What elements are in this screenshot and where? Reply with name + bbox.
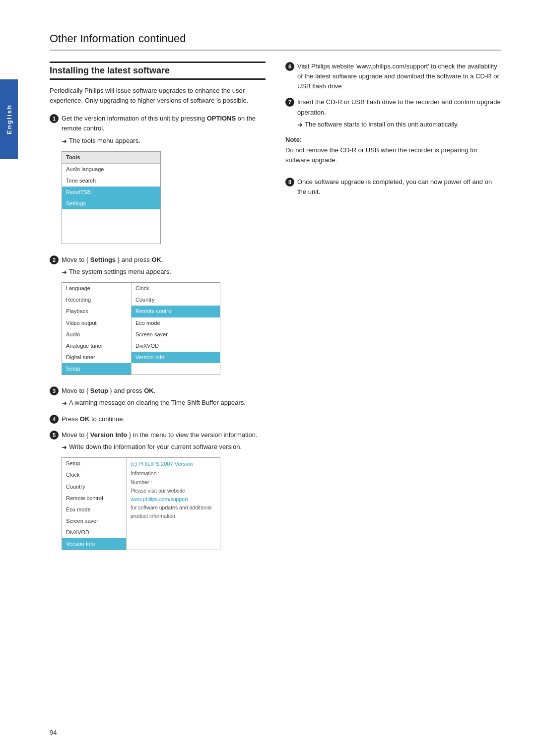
step-6-content: Visit Philips website 'www.philips.com/s… — [297, 62, 501, 91]
step-8-num: 8 — [285, 178, 294, 187]
tools-item-blank2 — [62, 221, 160, 232]
settings-menu: Language Recording Playback Video output… — [62, 282, 220, 375]
version-left-clock: Clock — [62, 469, 126, 481]
step-2: 2 Move to { Settings } and press OK. ➜ T… — [50, 255, 266, 380]
settings-left-digital: Digital tuner — [62, 352, 131, 363]
step-7-arrow: ➜ The software starts to install on this… — [297, 120, 501, 130]
version-left-country: Country — [62, 481, 126, 493]
step-5: 5 Move to { Version Info } in the menu t… — [50, 430, 266, 555]
step-7-num: 7 — [285, 98, 294, 107]
settings-right-divx: DivXVOD — [132, 340, 220, 352]
note-text: Do not remove the CD-R or USB when the r… — [285, 145, 501, 165]
arrow-icon-2: ➜ — [62, 267, 67, 277]
left-column: Installing the latest software Periodica… — [50, 62, 266, 561]
tools-item-settings: Settings — [62, 198, 160, 209]
step-5-num: 5 — [50, 431, 59, 440]
arrow-icon-3: ➜ — [62, 398, 67, 408]
step-4-content: Press OK to continue. — [62, 414, 266, 424]
version-right-for: for software updates and additional — [131, 504, 216, 511]
tools-item-blank1 — [62, 209, 160, 221]
version-right-product: product information. — [131, 512, 216, 520]
sidebar-label: English — [5, 104, 13, 134]
step-2-arrow: ➜ The system settings menu appears. — [62, 267, 266, 277]
settings-right-clock: Clock — [132, 283, 220, 294]
arrow-icon-1: ➜ — [62, 136, 67, 146]
settings-menu-left: Language Recording Playback Video output… — [62, 283, 132, 374]
settings-left-videooutput: Video output — [62, 317, 131, 329]
settings-right-country: Country — [132, 294, 220, 306]
step-2-arrow-text: The system settings menu appears. — [69, 267, 171, 277]
version-right-title: (c) PHILIPS 2007 Version — [131, 460, 216, 468]
settings-right-screen: Screen saver — [132, 329, 220, 340]
step-3-num: 3 — [50, 386, 59, 395]
step-7: 7 Insert the CD-R or USB flash drive to … — [285, 97, 501, 129]
tools-menu: Tools Audio language Time search ResetTS… — [62, 151, 161, 244]
page: English Other Information continued Inst… — [0, 0, 536, 756]
step-7-content: Insert the CD-R or USB flash drive to th… — [297, 97, 501, 129]
sidebar-tab: English — [0, 79, 18, 159]
tools-item-audio: Audio language — [62, 164, 160, 175]
step-8: 8 Once software upgrade is completed, yo… — [285, 177, 501, 197]
intro-text: Periodically Philips will issue software… — [50, 86, 266, 106]
step-1-num: 1 — [50, 114, 59, 123]
version-right-number: Number : — [131, 478, 216, 486]
step-6: 6 Visit Philips website 'www.philips.com… — [285, 62, 501, 91]
content-columns: Installing the latest software Periodica… — [50, 62, 501, 561]
version-left-versioninfo: Version Info — [62, 538, 126, 550]
version-menu-right: (c) PHILIPS 2007 Version Information : N… — [127, 458, 220, 549]
page-number: 94 — [50, 729, 57, 736]
tools-menu-title: Tools — [62, 152, 160, 164]
version-right-info: Information : — [131, 469, 216, 477]
settings-left-setup: Setup — [62, 363, 131, 375]
version-left-remote: Remote control — [62, 493, 126, 504]
tools-item-time: Time search — [62, 175, 160, 187]
title-suffix: continued — [138, 32, 186, 45]
version-right-url: www.philips.com/support — [131, 495, 216, 503]
settings-right-eco: Eco mode — [132, 317, 220, 329]
step-5-content: Move to { Version Info } in the menu to … — [62, 430, 266, 555]
settings-left-playback: Playback — [62, 306, 131, 317]
settings-left-recording: Recording — [62, 294, 131, 306]
note-box: Note: Do not remove the CD-R or USB when… — [285, 136, 501, 165]
version-menu-left: Setup Clock Country Remote control Eco m… — [62, 458, 127, 549]
version-left-setup: Setup — [62, 458, 126, 469]
step-1-content: Get the version information of this unit… — [62, 114, 266, 249]
version-left-eco: Eco mode — [62, 504, 126, 515]
step-1: 1 Get the version information of this un… — [50, 114, 266, 249]
page-title: Other Information continued — [50, 30, 501, 51]
settings-left-audio: Audio — [62, 329, 131, 340]
version-right-visit: Please visit our website — [131, 487, 216, 495]
step-3-content: Move to { Setup } and press OK. ➜ A warn… — [62, 386, 266, 408]
version-left-divx: DivXVOD — [62, 527, 126, 538]
step-3-arrow: ➜ A warning message on clearing the Time… — [62, 398, 266, 408]
settings-right-blank — [132, 363, 220, 375]
tools-item-blank3 — [62, 232, 160, 244]
version-menu: Setup Clock Country Remote control Eco m… — [62, 457, 220, 550]
step-5-arrow: ➜ Write down the information for your cu… — [62, 442, 266, 452]
settings-left-analogue: Analogue tuner — [62, 340, 131, 352]
step-1-arrow-text: The tools menu appears. — [69, 136, 140, 146]
step-3: 3 Move to { Setup } and press OK. ➜ A wa… — [50, 386, 266, 408]
arrow-icon-5: ➜ — [62, 442, 67, 452]
section-title: Installing the latest software — [50, 62, 266, 80]
step-2-content: Move to { Settings } and press OK. ➜ The… — [62, 255, 266, 380]
step-7-arrow-text: The software starts to install on this u… — [305, 120, 459, 129]
right-column: 6 Visit Philips website 'www.philips.com… — [285, 62, 501, 561]
step-4-num: 4 — [50, 415, 59, 424]
title-text: Other Information — [50, 32, 134, 45]
settings-left-language: Language — [62, 283, 131, 294]
step-6-num: 6 — [285, 62, 294, 71]
step-8-content: Once software upgrade is completed, you … — [297, 177, 501, 197]
step-4: 4 Press OK to continue. — [50, 414, 266, 424]
step-3-arrow-text: A warning message on clearing the Time S… — [69, 398, 246, 408]
settings-right-version: Version Info — [132, 352, 220, 363]
step-2-num: 2 — [50, 255, 59, 264]
title-suffix-text: continued — [138, 32, 186, 45]
step-1-arrow: ➜ The tools menu appears. — [62, 136, 266, 146]
step-5-arrow-text: Write down the information for your curr… — [69, 442, 242, 452]
version-left-screen: Screen saver — [62, 515, 126, 527]
note-title: Note: — [285, 136, 501, 143]
settings-right-remote: Remote control — [132, 306, 220, 317]
arrow-icon-7: ➜ — [297, 120, 303, 130]
settings-menu-right: Clock Country Remote control Eco mode Sc… — [132, 283, 220, 374]
